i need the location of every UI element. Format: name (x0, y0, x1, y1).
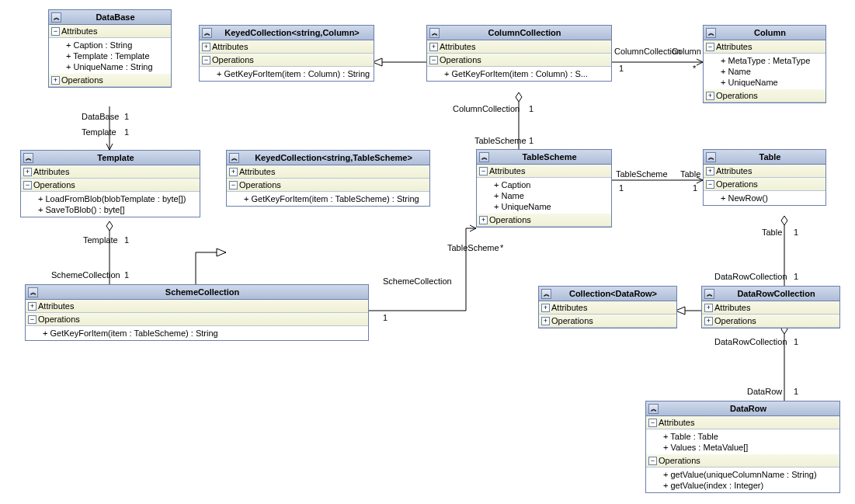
section-operations[interactable]: −Operations (21, 179, 200, 192)
chevron-icon[interactable]: ︽ (704, 289, 714, 299)
section-attributes[interactable]: −Attributes (49, 25, 171, 38)
class-keyedcollection-tablescheme[interactable]: ︽KeyedCollection<string,TableScheme> +At… (226, 150, 430, 207)
members: + GetKeyForItem(item : Column) : String (200, 67, 374, 81)
class-title: ︽KeyedCollection<string,TableScheme> (227, 151, 429, 165)
class-title: ︽DataBase (49, 10, 171, 25)
members: + Table : Table + Values : MetaValue[] (646, 429, 839, 454)
section-attributes[interactable]: +Attributes (21, 165, 200, 179)
class-datarow[interactable]: ︽DataRow −Attributes + Table : Table + V… (645, 401, 840, 493)
role-label: TableScheme (447, 243, 499, 252)
members: + getValue(uniqueColumnName : String) + … (646, 468, 839, 492)
role-label: TableScheme (474, 136, 527, 145)
members: + GetKeyForItem(item : TableScheme) : St… (227, 192, 429, 206)
class-keyedcollection-column[interactable]: ︽KeyedCollection<string,Column> +Attribu… (199, 25, 374, 82)
role-label: Template (82, 127, 116, 137)
class-columncollection[interactable]: ︽ColumnCollection +Attributes −Operation… (426, 25, 612, 82)
attr: + Name (704, 66, 825, 77)
role-label: DataRowCollection (714, 337, 787, 346)
section-operations[interactable]: −Operations (646, 454, 839, 468)
chevron-icon[interactable]: ︽ (706, 28, 716, 38)
class-title: ︽DataRow (646, 401, 839, 416)
mult-label: * (693, 64, 696, 73)
op: + GetKeyForItem(item : TableScheme) : St… (227, 193, 429, 204)
section-operations[interactable]: +Operations (49, 74, 171, 87)
section-operations[interactable]: −Operations (427, 54, 611, 67)
section-operations[interactable]: +Operations (539, 315, 676, 328)
class-column[interactable]: ︽Column −Attributes + MetaType : MetaTyp… (703, 25, 826, 103)
class-template[interactable]: ︽Template +Attributes −Operations + Load… (20, 150, 200, 217)
mult-label: 1 (124, 127, 129, 137)
chevron-icon[interactable]: ︽ (28, 287, 38, 297)
chevron-icon[interactable]: ︽ (541, 289, 551, 299)
role-label: SchemeCollection (383, 276, 452, 286)
role-label: SchemeCollection (51, 270, 120, 280)
mult-label: * (500, 243, 503, 252)
section-attributes[interactable]: +Attributes (539, 301, 676, 315)
class-title: ︽DataRowCollection (702, 287, 839, 301)
op: + GetKeyForItem(item : Column) : S... (427, 68, 611, 79)
role-label: DataBase (82, 112, 119, 121)
mult-label: 1 (794, 272, 798, 281)
mult-label: 1 (619, 183, 624, 193)
section-operations[interactable]: −Operations (227, 179, 429, 192)
section-operations[interactable]: −Operations (26, 313, 368, 326)
chevron-icon[interactable]: ︽ (202, 28, 212, 38)
class-title: ︽SchemeCollection (26, 285, 368, 300)
class-tablescheme[interactable]: ︽TableScheme −Attributes + Caption + Nam… (476, 149, 612, 228)
role-label: DataRowCollection (714, 272, 787, 281)
mult-label: 1 (794, 337, 798, 346)
attr: + Caption (477, 179, 611, 190)
section-operations[interactable]: −Operations (704, 178, 825, 191)
attr: + UniqueName (704, 77, 825, 88)
members: + Caption : String + Template : Template… (49, 38, 171, 74)
members: + MetaType : MetaType + Name + UniqueNam… (704, 54, 825, 89)
class-datarowcollection[interactable]: ︽DataRowCollection +Attributes +Operatio… (701, 286, 840, 328)
class-schemecollection[interactable]: ︽SchemeCollection +Attributes −Operation… (25, 284, 369, 341)
section-attributes[interactable]: −Attributes (477, 165, 611, 178)
class-title: ︽Collection<DataRow> (539, 287, 676, 301)
section-operations[interactable]: −Operations (200, 54, 374, 67)
section-attributes[interactable]: +Attributes (26, 300, 368, 313)
section-attributes[interactable]: −Attributes (646, 416, 839, 429)
op: + SaveToBlob() : byte[] (21, 204, 200, 215)
role-label: Template (83, 235, 118, 245)
section-attributes[interactable]: +Attributes (704, 165, 825, 178)
op: + getValue(index : Integer) (646, 480, 839, 491)
chevron-icon[interactable]: ︽ (479, 152, 489, 162)
class-title: ︽Table (704, 150, 825, 165)
chevron-icon[interactable]: ︽ (229, 153, 239, 163)
class-database[interactable]: ︽DataBase −Attributes + Caption : String… (48, 9, 172, 88)
class-collection-datarow[interactable]: ︽Collection<DataRow> +Attributes +Operat… (538, 286, 677, 328)
role-label: ColumnCollection (453, 104, 520, 113)
mult-label: 1 (124, 270, 129, 280)
role-label: Table (680, 169, 700, 179)
section-attributes[interactable]: +Attributes (427, 40, 611, 54)
class-table[interactable]: ︽Table +Attributes −Operations + NewRow(… (703, 149, 826, 206)
mult-label: 1 (619, 64, 624, 73)
role-label: Table (762, 228, 782, 237)
chevron-icon[interactable]: ︽ (706, 152, 716, 162)
class-title: ︽KeyedCollection<string,Column> (200, 26, 374, 40)
section-attributes[interactable]: +Attributes (227, 165, 429, 179)
chevron-icon[interactable]: ︽ (429, 28, 440, 38)
chevron-icon[interactable]: ︽ (51, 12, 61, 23)
attr: + Name (477, 190, 611, 201)
section-operations[interactable]: +Operations (477, 214, 611, 227)
role-label: Column (672, 47, 701, 56)
op: + GetKeyForItem(item : Column) : String (200, 68, 374, 79)
class-title: ︽Template (21, 151, 200, 165)
mult-label: 1 (529, 104, 534, 113)
role-label: DataRow (747, 387, 782, 396)
chevron-icon[interactable]: ︽ (23, 153, 33, 163)
attr: + Table : Table (646, 431, 839, 442)
op: + getValue(uniqueColumnName : String) (646, 469, 839, 480)
members: + GetKeyForItem(item : Column) : S... (427, 67, 611, 81)
section-attributes[interactable]: +Attributes (200, 40, 374, 54)
section-operations[interactable]: +Operations (702, 315, 839, 328)
section-attributes[interactable]: −Attributes (704, 40, 825, 54)
section-attributes[interactable]: +Attributes (702, 301, 839, 315)
mult-label: 1 (794, 228, 798, 237)
mult-label: 1 (529, 136, 534, 145)
section-operations[interactable]: +Operations (704, 89, 825, 103)
chevron-icon[interactable]: ︽ (648, 404, 659, 414)
